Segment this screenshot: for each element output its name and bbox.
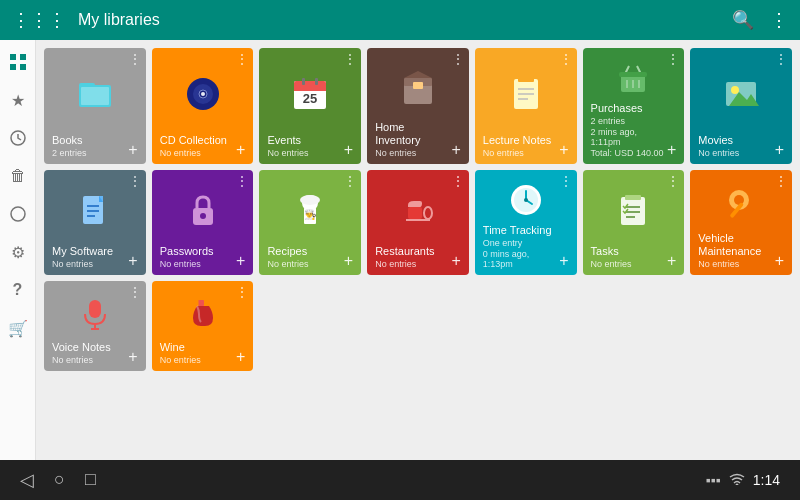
card-books[interactable]: ⋮ Books 2 entries + bbox=[44, 48, 146, 164]
purchases-icon bbox=[591, 60, 677, 96]
lecture-subtitle: No entries bbox=[483, 148, 551, 158]
card-home-inventory[interactable]: ⋮ Home Inventory No entries + bbox=[367, 48, 469, 164]
card-menu-passwords[interactable]: ⋮ bbox=[235, 174, 249, 188]
lecture-add[interactable]: + bbox=[559, 142, 568, 158]
software-add[interactable]: + bbox=[128, 253, 137, 269]
purchases-subtitle4: Total: USD 140.00 bbox=[591, 148, 667, 158]
recipes-add[interactable]: + bbox=[344, 253, 353, 269]
chef-icon: 👨‍🍳 bbox=[292, 193, 328, 229]
clock-display: 1:14 bbox=[753, 472, 780, 488]
card-wine[interactable]: ⋮ Wine No entries + bbox=[152, 281, 254, 371]
card-menu-movies[interactable]: ⋮ bbox=[774, 52, 788, 66]
card-menu-events[interactable]: ⋮ bbox=[343, 52, 357, 66]
status-area: ▪▪▪ 1:14 bbox=[706, 472, 780, 488]
card-passwords[interactable]: ⋮ Passwords No entries + bbox=[152, 170, 254, 275]
card-movies[interactable]: ⋮ Movies No entries + bbox=[690, 48, 792, 164]
card-menu-books[interactable]: ⋮ bbox=[128, 52, 142, 66]
card-voice-notes[interactable]: ⋮ Voice Notes No entries + bbox=[44, 281, 146, 371]
wine-title: Wine bbox=[160, 341, 201, 354]
vehicle-maintenance-icon bbox=[698, 182, 784, 226]
cd-icon bbox=[160, 60, 246, 128]
home-add[interactable]: + bbox=[452, 142, 461, 158]
voice-footer: Voice Notes No entries + bbox=[52, 341, 138, 365]
time-subtitle2: One entry bbox=[483, 238, 559, 248]
vehicle-add[interactable]: + bbox=[775, 253, 784, 269]
books-add[interactable]: + bbox=[128, 142, 137, 158]
svg-rect-3 bbox=[20, 64, 26, 70]
signal-icon: ▪▪▪ bbox=[706, 472, 721, 488]
events-subtitle: No entries bbox=[267, 148, 308, 158]
topbar-left: ⋮⋮⋮ My libraries bbox=[12, 9, 160, 31]
svg-rect-56 bbox=[621, 197, 645, 225]
sidebar-icon-star[interactable]: ★ bbox=[4, 86, 32, 114]
purchases-add[interactable]: + bbox=[667, 142, 676, 158]
card-vehicle-maintenance[interactable]: ⋮ Vehicle Maintenance No entries + bbox=[690, 170, 792, 275]
back-button[interactable]: ◁ bbox=[20, 469, 34, 491]
search-icon[interactable]: 🔍 bbox=[732, 9, 754, 31]
time-title: Time Tracking bbox=[483, 224, 559, 237]
svg-rect-2 bbox=[10, 64, 16, 70]
time-subtitle3: 0 mins ago, 1:13pm bbox=[483, 249, 559, 269]
tasks-icon bbox=[591, 182, 677, 239]
cd-add[interactable]: + bbox=[236, 142, 245, 158]
movies-icon bbox=[698, 60, 784, 128]
card-menu-time[interactable]: ⋮ bbox=[559, 174, 573, 188]
card-purchases[interactable]: ⋮ Purchases 2 entries 2 mi bbox=[583, 48, 685, 164]
movies-add[interactable]: + bbox=[775, 142, 784, 158]
card-lecture-notes[interactable]: ⋮ Lecture Notes No entries + bbox=[475, 48, 577, 164]
lock-icon bbox=[187, 193, 219, 229]
circle-icon bbox=[10, 206, 26, 222]
vehicle-footer: Vehicle Maintenance No entries + bbox=[698, 232, 784, 269]
passwords-icon bbox=[160, 182, 246, 239]
card-cd-collection[interactable]: ⋮ CD Collection No entries + bbox=[152, 48, 254, 164]
card-events[interactable]: ⋮ 25 Events No entries bbox=[259, 48, 361, 164]
sidebar-icon-history[interactable] bbox=[4, 124, 32, 152]
microphone-icon bbox=[79, 296, 111, 332]
card-recipes[interactable]: ⋮ 👨‍🍳 Recipes No entries + bbox=[259, 170, 361, 275]
svg-point-12 bbox=[201, 92, 205, 96]
wine-bottle-icon bbox=[185, 296, 221, 332]
cd-footer: CD Collection No entries + bbox=[160, 134, 246, 158]
passwords-add[interactable]: + bbox=[236, 253, 245, 269]
sidebar-icon-grid[interactable] bbox=[4, 48, 32, 76]
voice-add[interactable]: + bbox=[128, 349, 137, 365]
home-button[interactable]: ○ bbox=[54, 469, 65, 491]
card-menu-purchases[interactable]: ⋮ bbox=[666, 52, 680, 66]
tasks-add[interactable]: + bbox=[667, 253, 676, 269]
restaurants-add[interactable]: + bbox=[452, 253, 461, 269]
svg-rect-57 bbox=[625, 195, 641, 200]
events-add[interactable]: + bbox=[344, 142, 353, 158]
time-add[interactable]: + bbox=[559, 253, 568, 269]
sidebar-icon-cart[interactable]: 🛒 bbox=[4, 314, 32, 342]
recipes-icon: 👨‍🍳 bbox=[267, 182, 353, 239]
card-my-software[interactable]: ⋮ My Software No entries bbox=[44, 170, 146, 275]
card-restaurants[interactable]: ⋮ Restaurants No entries + bbox=[367, 170, 469, 275]
card-menu-recipes[interactable]: ⋮ bbox=[343, 174, 357, 188]
software-subtitle: No entries bbox=[52, 259, 113, 269]
sidebar-icon-help[interactable]: ? bbox=[4, 276, 32, 304]
card-menu-vehicle[interactable]: ⋮ bbox=[774, 174, 788, 188]
card-menu-tasks[interactable]: ⋮ bbox=[666, 174, 680, 188]
recent-button[interactable]: □ bbox=[85, 469, 96, 491]
card-time-tracking[interactable]: ⋮ Time Tracking One entry 0 mins ago, 1 bbox=[475, 170, 577, 275]
card-menu-cd[interactable]: ⋮ bbox=[235, 52, 249, 66]
passwords-title: Passwords bbox=[160, 245, 214, 258]
grid-menu-icon[interactable]: ⋮⋮⋮ bbox=[12, 9, 66, 31]
topbar-right: 🔍 ⋮ bbox=[732, 9, 788, 31]
sidebar-icon-trash[interactable]: 🗑 bbox=[4, 162, 32, 190]
card-menu-wine[interactable]: ⋮ bbox=[235, 285, 249, 299]
wine-add[interactable]: + bbox=[236, 349, 245, 365]
sidebar-icon-settings[interactable]: ⚙ bbox=[4, 238, 32, 266]
folder-icon bbox=[76, 75, 114, 113]
movies-footer: Movies No entries + bbox=[698, 134, 784, 158]
card-menu-lecture[interactable]: ⋮ bbox=[559, 52, 573, 66]
more-icon[interactable]: ⋮ bbox=[770, 9, 788, 31]
card-tasks[interactable]: ⋮ Tasks No entries bbox=[583, 170, 685, 275]
card-menu-voice[interactable]: ⋮ bbox=[128, 285, 142, 299]
card-menu-software[interactable]: ⋮ bbox=[128, 174, 142, 188]
sidebar-icon-circle[interactable] bbox=[4, 200, 32, 228]
card-menu-home[interactable]: ⋮ bbox=[451, 52, 465, 66]
card-menu-restaurants[interactable]: ⋮ bbox=[451, 174, 465, 188]
svg-point-43 bbox=[200, 213, 206, 219]
wine-icon bbox=[160, 293, 246, 335]
